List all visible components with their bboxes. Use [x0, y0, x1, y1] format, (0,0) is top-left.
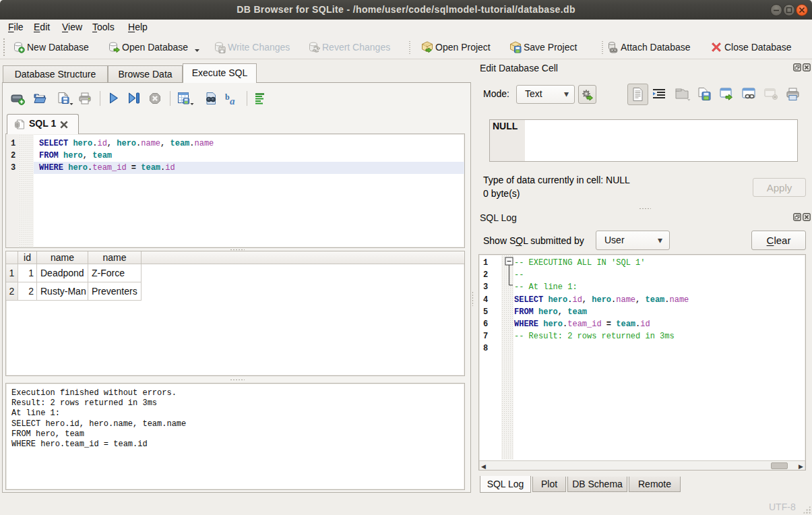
svg-text:b: b: [225, 92, 230, 102]
svg-text:a: a: [230, 96, 235, 107]
